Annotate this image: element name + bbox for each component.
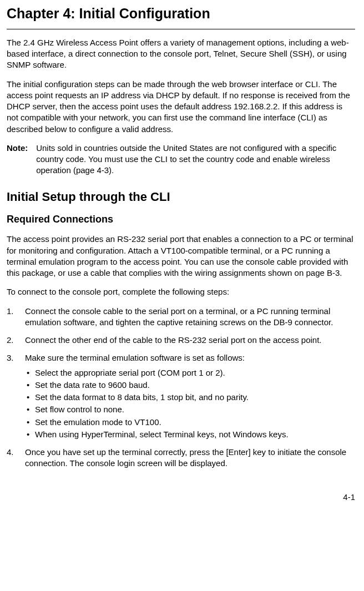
chapter-title: Chapter 4: Initial Configuration <box>7 4 355 29</box>
step-4-number: 4. <box>7 447 14 458</box>
step-1-number: 1. <box>7 306 14 317</box>
required-connections-p1: The access point provides an RS-232 seri… <box>7 234 355 279</box>
bullet-data-format: Set the data format to 8 data bits, 1 st… <box>25 392 355 403</box>
page-number: 4-1 <box>7 492 355 503</box>
bullet-emulation-mode: Set the emulation mode to VT100. <box>25 417 355 428</box>
step-3-number: 3. <box>7 352 14 363</box>
steps-list: 1. Connect the console cable to the seri… <box>7 306 355 469</box>
note-block: Note: Units sold in countries outside th… <box>7 143 355 176</box>
step-3-text: Make sure the terminal emulation softwar… <box>25 353 245 362</box>
step-2-text: Connect the other end of the cable to th… <box>25 335 322 345</box>
step-3: 3. Make sure the terminal emulation soft… <box>7 352 355 440</box>
bullet-flow-control: Set flow control to none. <box>25 404 355 415</box>
subsection-title: Required Connections <box>7 213 355 226</box>
bullet-serial-port: Select the appropriate serial port (COM … <box>25 367 355 378</box>
step-4-text: Once you have set up the terminal correc… <box>25 447 346 468</box>
required-connections-p2: To connect to the console port, complete… <box>7 286 355 297</box>
step-3-bullets: Select the appropriate serial port (COM … <box>25 367 355 441</box>
step-4: 4. Once you have set up the terminal cor… <box>7 447 355 469</box>
note-body: Units sold in countries outside the Unit… <box>36 143 350 176</box>
bullet-data-rate: Set the data rate to 9600 baud. <box>25 380 355 391</box>
step-1: 1. Connect the console cable to the seri… <box>7 306 355 329</box>
intro-paragraph-2: The initial configuration steps can be m… <box>7 79 355 135</box>
step-2-number: 2. <box>7 335 14 346</box>
intro-paragraph-1: The 2.4 GHz Wireless Access Point offers… <box>7 37 355 71</box>
note-label: Note: <box>7 143 34 154</box>
step-1-text: Connect the console cable to the serial … <box>25 306 333 327</box>
bullet-hyperterminal: When using HyperTerminal, select Termina… <box>25 429 355 440</box>
step-2: 2. Connect the other end of the cable to… <box>7 335 355 346</box>
section-title: Initial Setup through the CLI <box>7 189 355 205</box>
